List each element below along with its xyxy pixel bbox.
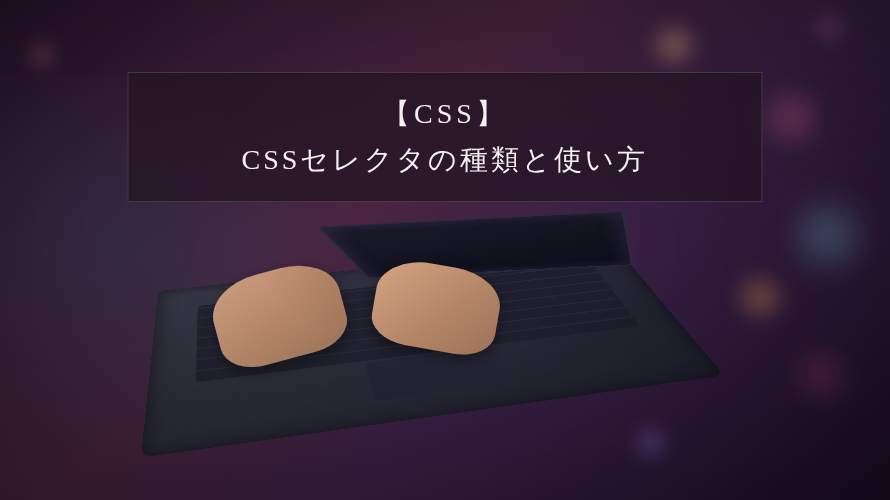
title-main: CSSセレクタの種類と使い方 xyxy=(159,141,732,179)
bokeh-light xyxy=(633,425,668,460)
title-overlay-box: 【CSS】 CSSセレクタの種類と使い方 xyxy=(128,72,763,202)
bokeh-light xyxy=(738,275,783,320)
title-category: 【CSS】 xyxy=(159,95,732,133)
hero-image-container: 【CSS】 CSSセレクタの種類と使い方 xyxy=(0,0,890,500)
bokeh-light xyxy=(654,25,694,65)
bokeh-light xyxy=(793,200,863,270)
bokeh-light xyxy=(811,10,846,45)
bokeh-light xyxy=(764,90,819,145)
bokeh-light xyxy=(796,350,846,400)
bokeh-light xyxy=(27,40,57,70)
